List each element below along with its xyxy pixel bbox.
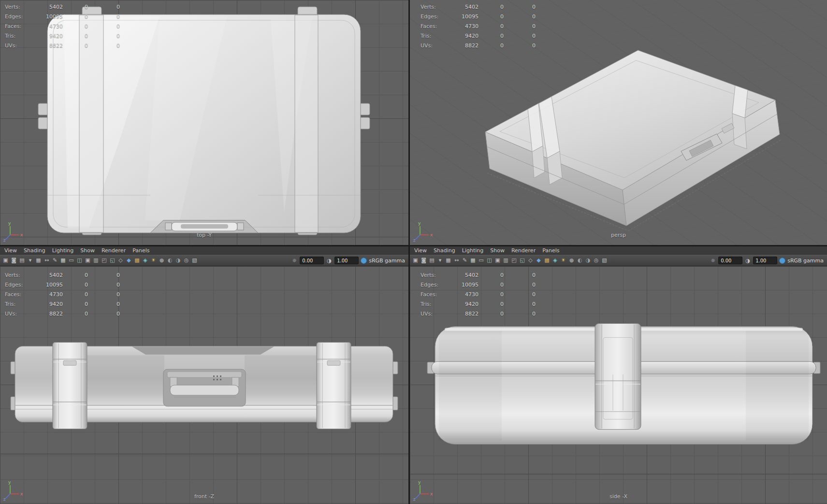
resolution-gate-icon[interactable]: ◫ [485,256,493,265]
panel-menubar: ViewShadingLightingShowRendererPanels [410,246,827,255]
field-chart-icon[interactable]: ▥ [502,256,510,265]
panel-menu-item[interactable]: View [1,247,20,254]
motion-blur-icon[interactable]: ◑ [584,256,592,265]
wireframe-icon[interactable]: ◇ [116,256,125,265]
exposure-field[interactable]: 0.00 [718,257,742,264]
wire-on-shaded-icon[interactable]: ◈ [141,256,149,265]
gate-mask-icon[interactable]: ▣ [493,256,502,265]
bookmark-icon[interactable]: ▾ [436,256,444,265]
camera-select-icon[interactable]: ▣ [411,256,420,265]
camera-lock-icon[interactable]: ◙ [10,256,18,265]
panel-menu-item[interactable]: Renderer [98,247,129,254]
camera-select-icon[interactable]: ▣ [1,256,10,265]
panel-menu-item[interactable]: Renderer [508,247,539,254]
panel-menu-item[interactable]: Shading [430,247,459,254]
lights-icon[interactable]: ☀ [149,256,158,265]
pan-zoom-icon[interactable]: ↔ [452,256,461,265]
gate-mask-icon[interactable]: ▣ [84,256,92,265]
viewport-panel-side: ViewShadingLightingShowRendererPanels ▣◙… [410,246,827,504]
panel-menu-item[interactable]: Panels [539,247,563,254]
contrast-icon[interactable]: ◑ [326,258,333,264]
colorspace-icon[interactable] [361,258,367,264]
viewport-front-view[interactable]: Verts: 5402 0 0 Edges: 10095 0 0 Faces: … [0,266,408,504]
hud-stat-label: Verts: [5,272,40,278]
occlusion-icon[interactable]: ◐ [166,256,174,265]
safe-action-icon[interactable]: ◰ [510,256,518,265]
panel-menu-item[interactable]: View [411,247,430,254]
colorspace-label: sRGB gamma [369,258,405,264]
grid-icon[interactable]: ▦ [59,256,67,265]
hud-row: Verts: 5402 0 0 [421,2,536,12]
hud-row: UVs: 8822 0 0 [5,309,120,318]
textured-icon[interactable]: ▩ [133,256,141,265]
bookmark-icon[interactable]: ▾ [26,256,34,265]
viewport-top-view[interactable]: Verts: 5402 0 0 Edges: 10095 0 0 Faces: … [0,0,408,245]
hud-row: Verts: 5402 0 0 [5,2,120,12]
hud-stat-value: 5402 [455,4,479,10]
smooth-shade-icon[interactable]: ◆ [535,256,543,265]
exposure-field[interactable]: 0.00 [300,257,324,264]
hud-row: Edges: 10095 0 0 [421,12,536,21]
grease-pencil-icon[interactable]: ✎ [461,256,469,265]
xray-icon[interactable]: ▧ [190,256,199,265]
image-plane-icon[interactable]: ▦ [444,256,452,265]
wire-on-shaded-icon[interactable]: ◈ [551,256,559,265]
hud-stat-label: Faces: [421,291,455,298]
grid-icon[interactable]: ▦ [469,256,477,265]
contrast-icon[interactable]: ◑ [744,258,751,264]
hud-row: UVs: 8822 0 0 [421,41,536,50]
wireframe-icon[interactable]: ◇ [526,256,535,265]
hud-stat-col1: 0 [63,43,88,49]
hud-stat-value: 4730 [455,291,479,298]
hud-stat-label: Tris: [421,33,455,39]
hud-stat-label: Faces: [5,23,40,29]
panel-menu-item[interactable]: Show [77,247,98,254]
camera-attributes-icon[interactable]: ▤ [428,256,436,265]
hud-stat-label: Faces: [5,291,40,298]
panel-menu-item[interactable]: Lighting [49,247,77,254]
exposure-icon[interactable]: ☼ [710,258,716,264]
film-gate-icon[interactable]: ▭ [67,256,75,265]
panel-menu-item[interactable]: Shading [20,247,49,254]
axis-gizmo: y x z [3,220,25,242]
viewport-side-view[interactable]: Verts: 5402 0 0 Edges: 10095 0 0 Faces: … [410,266,827,504]
contrast-field[interactable]: 1.00 [753,257,777,264]
camera-lock-icon[interactable]: ◙ [420,256,428,265]
viewport-label: top -Y [0,232,408,238]
safe-action-icon[interactable]: ◰ [100,256,108,265]
grease-pencil-icon[interactable]: ✎ [51,256,59,265]
poly-count-hud: Verts: 5402 0 0 Edges: 10095 0 0 Faces: … [5,270,120,318]
contrast-field[interactable]: 1.00 [334,257,359,264]
safe-title-icon[interactable]: ◱ [518,256,526,265]
pan-zoom-icon[interactable]: ↔ [43,256,51,265]
exposure-icon[interactable]: ☼ [291,258,298,264]
colorspace-icon[interactable] [779,258,785,264]
smooth-shade-icon[interactable]: ◆ [125,256,133,265]
textured-icon[interactable]: ▩ [543,256,551,265]
isolate-select-icon[interactable]: ◎ [592,256,600,265]
camera-attributes-icon[interactable]: ▤ [18,256,26,265]
lights-icon[interactable]: ☀ [559,256,567,265]
hud-stat-value: 10095 [455,14,479,20]
hud-row: Faces: 4730 0 0 [5,21,120,31]
resolution-gate-icon[interactable]: ◫ [75,256,84,265]
image-plane-icon[interactable]: ▦ [34,256,43,265]
hud-stat-label: UVs: [5,311,40,317]
shadows-icon[interactable]: ● [158,256,166,265]
xray-icon[interactable]: ▧ [600,256,609,265]
viewport-persp-view[interactable]: Verts: 5402 0 0 Edges: 10095 0 0 Faces: … [410,0,827,245]
panel-menu-item[interactable]: Panels [129,247,153,254]
hud-stat-value: 9420 [40,301,63,307]
viewport-label: side -X [410,493,827,500]
film-gate-icon[interactable]: ▭ [477,256,485,265]
panel-menu-item[interactable]: Show [487,247,508,254]
shadows-icon[interactable]: ● [567,256,576,265]
field-chart-icon[interactable]: ▥ [92,256,100,265]
hud-stat-value: 5402 [40,272,63,278]
safe-title-icon[interactable]: ◱ [108,256,116,265]
motion-blur-icon[interactable]: ◑ [174,256,182,265]
hud-stat-value: 4730 [455,23,479,29]
isolate-select-icon[interactable]: ◎ [182,256,190,265]
panel-menu-item[interactable]: Lighting [459,247,487,254]
occlusion-icon[interactable]: ◐ [576,256,584,265]
